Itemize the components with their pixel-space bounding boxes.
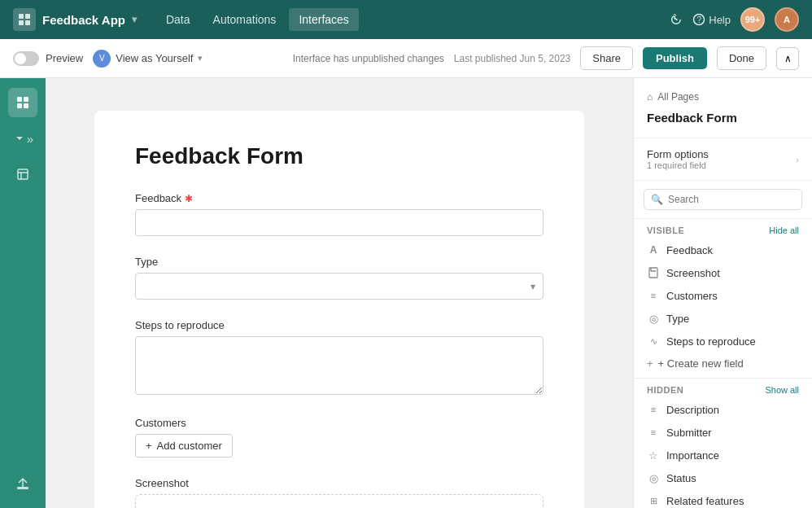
visible-field-customers[interactable]: ≡ Customers xyxy=(634,284,812,307)
hidden-field-related[interactable]: ⊞ Related features xyxy=(634,489,812,508)
hidden-section: Hidden Show all ≡ Description ≡ Submitte… xyxy=(634,378,812,508)
customers-label: Customers xyxy=(135,417,544,429)
form-options-row[interactable]: Form options 1 required field › xyxy=(634,138,812,181)
related-field-icon: ⊞ xyxy=(647,494,660,507)
type-select[interactable] xyxy=(135,273,544,300)
app-logo-icon xyxy=(13,8,36,31)
help-button[interactable]: ? Help xyxy=(692,13,731,26)
sidebar-item-grid[interactable] xyxy=(8,88,37,117)
collapse-button[interactable]: ∧ xyxy=(776,47,799,70)
steps-field-icon: ∿ xyxy=(647,335,660,348)
visible-field-screenshot[interactable]: Screenshot xyxy=(634,261,812,284)
done-button[interactable]: Done xyxy=(717,46,766,70)
svg-rect-6 xyxy=(17,97,22,102)
hidden-field-description[interactable]: ≡ Description xyxy=(634,398,812,421)
type-field: Type ▾ xyxy=(135,256,544,300)
form-options-chevron-icon: › xyxy=(796,155,799,164)
hidden-field-status[interactable]: ◎ Status xyxy=(634,466,812,489)
right-panel: ⌂ All Pages Feedback Form Form options 1… xyxy=(633,78,812,508)
hidden-field-status-label: Status xyxy=(666,472,696,484)
notification-avatar[interactable]: 99+ xyxy=(740,7,765,32)
create-field-button[interactable]: + + Create new field xyxy=(634,353,812,374)
svg-rect-2 xyxy=(19,20,24,25)
form-options-content: Form options 1 required field xyxy=(647,148,709,170)
sidebar-item-layers[interactable] xyxy=(8,160,37,189)
visible-field-screenshot-label: Screenshot xyxy=(666,267,720,279)
collapse-icon: ∧ xyxy=(784,53,792,64)
history-button[interactable] xyxy=(670,13,683,26)
visible-field-feedback[interactable]: A Feedback xyxy=(634,239,812,261)
feedback-field: Feedback ✱ xyxy=(135,192,544,236)
steps-textarea[interactable] xyxy=(135,336,544,395)
svg-rect-9 xyxy=(24,103,28,108)
hide-all-button[interactable]: Hide all xyxy=(769,226,799,235)
file-drop-zone[interactable]: ⊕ Drop files here or browse xyxy=(135,494,544,508)
svg-rect-8 xyxy=(17,103,22,108)
main-layout: » Feedback Form Feedback ✱ xyxy=(0,78,812,508)
customers-field-icon: ≡ xyxy=(647,289,660,302)
view-as-chevron-icon: ▾ xyxy=(198,53,203,64)
svg-text:?: ? xyxy=(697,15,702,24)
toolbar: Preview V View as Yourself ▾ Interface h… xyxy=(0,39,812,78)
nav-right: ? Help 99+ A xyxy=(670,7,799,32)
right-panel-header: ⌂ All Pages Feedback Form xyxy=(634,78,812,138)
share-button[interactable]: Share xyxy=(580,46,633,70)
add-customer-button[interactable]: + Add customer xyxy=(135,434,233,458)
form-container: Feedback Form Feedback ✱ Type ▾ xyxy=(94,111,584,508)
create-field-label: + Create new field xyxy=(658,357,744,370)
hidden-section-header: Hidden Show all xyxy=(634,379,812,398)
nav-automations[interactable]: Automations xyxy=(203,8,286,31)
user-avatar[interactable]: A xyxy=(775,7,799,32)
search-input[interactable] xyxy=(668,194,795,205)
search-icon: 🔍 xyxy=(651,194,663,205)
screenshot-label: Screenshot xyxy=(135,477,544,489)
search-input-wrap[interactable]: 🔍 xyxy=(644,189,802,210)
hidden-field-submitter-label: Submitter xyxy=(666,427,712,439)
submitter-field-icon: ≡ xyxy=(647,426,660,439)
hidden-field-importance-label: Importance xyxy=(666,449,719,462)
hidden-field-submitter[interactable]: ≡ Submitter xyxy=(634,421,812,444)
visible-field-feedback-label: Feedback xyxy=(666,244,713,256)
sidebar-item-expand[interactable]: » xyxy=(8,124,37,153)
notification-icon: 99+ xyxy=(740,7,765,32)
hidden-field-importance[interactable]: ☆ Importance xyxy=(634,444,812,466)
app-dropdown-icon[interactable]: ▾ xyxy=(132,14,137,25)
sidebar-item-share[interactable] xyxy=(8,469,37,498)
steps-field: Steps to reproduce xyxy=(135,319,544,397)
plus-icon: + xyxy=(146,440,152,452)
create-field-plus-icon: + xyxy=(647,357,653,370)
preview-toggle[interactable]: Preview xyxy=(13,51,83,66)
last-published-text: Last published Jun 5, 2023 xyxy=(454,53,570,64)
publish-button[interactable]: Publish xyxy=(643,47,707,69)
steps-label: Steps to reproduce xyxy=(135,319,544,331)
hidden-label: Hidden xyxy=(647,385,683,395)
svg-rect-1 xyxy=(25,14,30,19)
show-all-button[interactable]: Show all xyxy=(765,385,799,395)
visible-field-steps[interactable]: ∿ Steps to reproduce xyxy=(634,330,812,353)
form-options-sub: 1 required field xyxy=(647,160,709,170)
content-area: Feedback Form Feedback ✱ Type ▾ xyxy=(46,78,633,508)
type-select-wrapper: ▾ xyxy=(135,273,544,300)
customers-field: Customers + Add customer xyxy=(135,417,544,458)
help-label: Help xyxy=(709,14,731,26)
app-logo[interactable]: Feedback App ▾ xyxy=(13,8,137,31)
visible-field-type[interactable]: ◎ Type xyxy=(634,307,812,330)
panel-title: Feedback Form xyxy=(647,111,799,125)
nav-interfaces[interactable]: Interfaces xyxy=(289,8,358,31)
add-customer-label: Add customer xyxy=(157,440,222,452)
description-field-icon: ≡ xyxy=(647,403,660,416)
visible-field-steps-label: Steps to reproduce xyxy=(666,335,756,348)
view-as-avatar: V xyxy=(93,50,111,68)
all-pages-link[interactable]: ⌂ All Pages xyxy=(647,91,799,103)
nav-data[interactable]: Data xyxy=(156,8,200,31)
view-as-dropdown[interactable]: V View as Yourself ▾ xyxy=(93,50,203,68)
toggle-switch[interactable] xyxy=(13,51,39,66)
toggle-knob xyxy=(15,53,26,64)
search-row: 🔍 xyxy=(634,181,812,219)
form-title: Feedback Form xyxy=(135,143,544,169)
hidden-field-description-label: Description xyxy=(666,404,719,416)
feedback-input[interactable] xyxy=(135,209,544,236)
svg-rect-13 xyxy=(17,487,28,489)
required-indicator: ✱ xyxy=(185,193,193,204)
type-field-icon: ◎ xyxy=(647,312,660,325)
